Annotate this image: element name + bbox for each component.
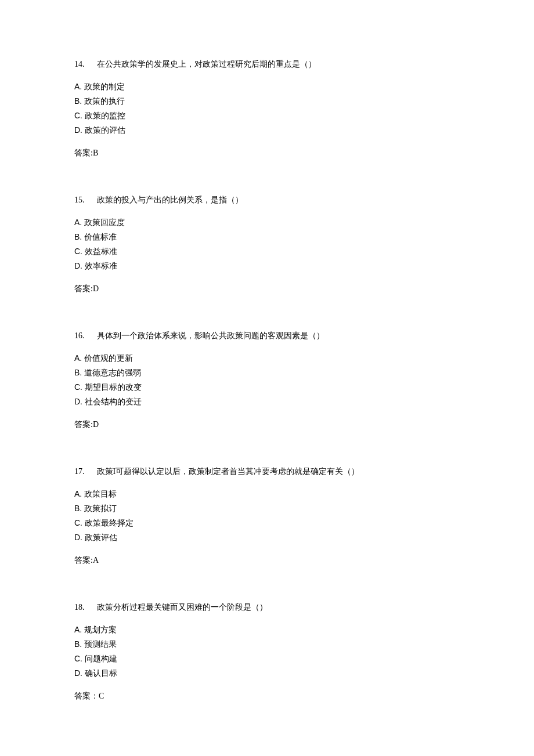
question-text: 在公共政策学的发展史上，对政策过程研究后期的重点是（） <box>97 60 316 68</box>
option-text: 政策的评估 <box>85 126 125 135</box>
question-block: 15. 政策的投入与产出的比例关系，是指（） A. 政策回应度 B. 价值标准 … <box>74 194 460 295</box>
question-block: 16. 具体到一个政治体系来说，影响公共政策问题的客观因素是（） A. 价值观的… <box>74 330 460 431</box>
option-text: 社会结构的变迁 <box>85 397 142 406</box>
option-letter: A. <box>74 81 82 93</box>
options-list: A. 政策回应度 B. 价值标准 C. 效益标准 D. 效率标准 <box>74 216 460 272</box>
question-number: 17. <box>74 465 91 478</box>
option-item: A. 规划方案 <box>74 624 460 636</box>
option-letter: D. <box>74 531 82 544</box>
options-list: A. 价值观的更新 B. 道德意志的强弱 C. 期望目标的改变 D. 社会结构的… <box>74 352 460 408</box>
option-text: 确认目标 <box>85 669 117 678</box>
option-item: D. 政策的评估 <box>74 124 460 136</box>
option-item: A. 政策回应度 <box>74 216 460 229</box>
option-letter: B. <box>74 231 82 243</box>
question-number: 18. <box>74 601 91 613</box>
answer-label: 答案:D <box>74 283 460 295</box>
option-text: 政策目标 <box>84 490 117 498</box>
option-item: D. 社会结构的变迁 <box>74 396 460 408</box>
option-letter: D. <box>74 124 82 136</box>
answer-label: 答案:B <box>74 147 460 159</box>
option-item: C. 政策最终择定 <box>74 517 460 529</box>
question-text: 具体到一个政治体系来说，影响公共政策问题的客观因素是（） <box>97 331 324 340</box>
question-number: 14. <box>74 58 91 70</box>
option-item: C. 问题构建 <box>74 653 460 665</box>
option-text: 预测结果 <box>84 640 117 649</box>
question-stem: 18. 政策分析过程最关键而又困难的一个阶段是（） <box>74 601 460 613</box>
question-text: 政策分析过程最关键而又困难的一个阶段是（） <box>97 603 268 612</box>
option-letter: A. <box>74 216 82 229</box>
answer-label: 答案:A <box>74 554 460 566</box>
option-item: D. 政策评估 <box>74 531 460 544</box>
option-item: B. 政策拟订 <box>74 502 460 515</box>
option-text: 道德意志的强弱 <box>84 368 141 377</box>
option-item: C. 效益标准 <box>74 245 460 258</box>
options-list: A. 政策的制定 B. 政策的执行 C. 政策的监控 D. 政策的评估 <box>74 81 460 136</box>
question-stem: 14. 在公共政策学的发展史上，对政策过程研究后期的重点是（） <box>74 58 460 70</box>
option-letter: B. <box>74 638 82 650</box>
question-stem: 16. 具体到一个政治体系来说，影响公共政策问题的客观因素是（） <box>74 330 460 342</box>
question-block: 14. 在公共政策学的发展史上，对政策过程研究后期的重点是（） A. 政策的制定… <box>74 58 460 159</box>
option-text: 期望目标的改变 <box>85 383 142 392</box>
option-letter: C. <box>74 653 82 665</box>
option-item: C. 期望目标的改变 <box>74 381 460 393</box>
option-text: 政策拟订 <box>84 504 117 513</box>
question-block: 17. 政策I可题得以认定以后，政策制定者首当其冲要考虑的就是确定有关（） A.… <box>74 465 460 566</box>
option-text: 政策的制定 <box>84 82 125 91</box>
option-letter: D. <box>74 667 82 679</box>
options-list: A. 规划方案 B. 预测结果 C. 问题构建 D. 确认目标 <box>74 624 460 679</box>
option-item: B. 道德意志的强弱 <box>74 367 460 379</box>
option-item: A. 政策目标 <box>74 488 460 500</box>
exam-page: 14. 在公共政策学的发展史上，对政策过程研究后期的重点是（） A. 政策的制定… <box>0 0 534 748</box>
question-text: 政策I可题得以认定以后，政策制定者首当其冲要考虑的就是确定有关（） <box>97 467 360 476</box>
options-list: A. 政策目标 B. 政策拟订 C. 政策最终择定 D. 政策评估 <box>74 488 460 544</box>
answer-label: 答案：C <box>74 690 460 702</box>
option-letter: C. <box>74 381 82 393</box>
option-letter: C. <box>74 110 82 122</box>
option-letter: C. <box>74 245 82 258</box>
option-text: 效率标准 <box>85 262 117 270</box>
option-letter: C. <box>74 517 82 529</box>
option-text: 效益标准 <box>85 247 117 256</box>
option-letter: A. <box>74 488 82 500</box>
question-text: 政策的投入与产出的比例关系，是指（） <box>97 196 243 204</box>
option-text: 政策评估 <box>85 533 117 542</box>
question-stem: 15. 政策的投入与产出的比例关系，是指（） <box>74 194 460 206</box>
option-item: B. 价值标准 <box>74 231 460 243</box>
option-item: B. 预测结果 <box>74 638 460 650</box>
option-text: 价值标准 <box>84 233 117 241</box>
option-text: 政策最终择定 <box>85 519 134 527</box>
option-item: D. 效率标准 <box>74 260 460 272</box>
answer-label: 答案:D <box>74 418 460 431</box>
option-letter: B. <box>74 95 82 107</box>
option-text: 价值观的更新 <box>84 354 133 363</box>
option-text: 规划方案 <box>84 625 117 634</box>
question-block: 18. 政策分析过程最关键而又困难的一个阶段是（） A. 规划方案 B. 预测结… <box>74 601 460 702</box>
option-letter: D. <box>74 396 82 408</box>
option-letter: A. <box>74 352 82 364</box>
option-item: C. 政策的监控 <box>74 110 460 122</box>
option-letter: B. <box>74 367 82 379</box>
option-text: 问题构建 <box>85 654 117 663</box>
question-number: 15. <box>74 194 91 206</box>
question-stem: 17. 政策I可题得以认定以后，政策制定者首当其冲要考虑的就是确定有关（） <box>74 465 460 478</box>
option-text: 政策的监控 <box>85 111 125 120</box>
option-item: B. 政策的执行 <box>74 95 460 107</box>
option-text: 政策回应度 <box>84 218 125 227</box>
option-item: A. 政策的制定 <box>74 81 460 93</box>
option-letter: D. <box>74 260 82 272</box>
question-number: 16. <box>74 330 91 342</box>
option-letter: A. <box>74 624 82 636</box>
option-letter: B. <box>74 502 82 515</box>
option-text: 政策的执行 <box>84 97 125 106</box>
option-item: A. 价值观的更新 <box>74 352 460 364</box>
option-item: D. 确认目标 <box>74 667 460 679</box>
